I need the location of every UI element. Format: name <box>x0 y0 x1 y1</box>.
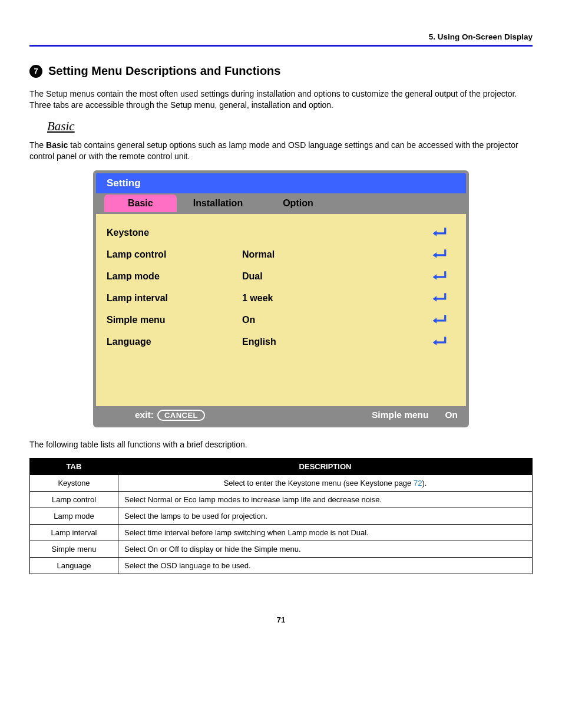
table-cell-desc: Select Normal or Eco lamp modes to incre… <box>118 492 533 508</box>
cancel-button-icon[interactable]: CANCEL <box>157 410 205 421</box>
osd-footer-right-label: Simple menu <box>372 410 428 420</box>
enter-icon <box>432 291 455 306</box>
table-cell-desc: Select On or Off to display or hide the … <box>118 541 533 558</box>
osd-item-label: Language <box>107 337 242 347</box>
osd-item-label: Lamp control <box>107 249 242 260</box>
table-row: Simple menuSelect On or Off to display o… <box>30 541 533 558</box>
table-row: KeystoneSelect to enter the Keystone men… <box>30 475 533 492</box>
section-title: Setting Menu Descriptions and Functions <box>48 64 280 78</box>
table-cell-tab: Language <box>30 558 118 574</box>
osd-tab-installation[interactable]: Installation <box>179 195 257 212</box>
running-header: 5. Using On-Screen Display <box>29 32 533 47</box>
osd-item-value: Dual <box>242 271 432 282</box>
table-row: LanguageSelect the OSD language to be us… <box>30 558 533 574</box>
osd-item-label: Lamp mode <box>107 271 242 282</box>
osd-footer: exit: CANCEL Simple menu On <box>96 406 466 424</box>
osd-menu-item[interactable]: Lamp modeDual <box>107 266 455 288</box>
osd-menu-item[interactable]: Lamp controlNormal <box>107 244 455 266</box>
basic-para-suffix: tab contains general setup options such … <box>29 140 518 161</box>
osd-menu-item[interactable]: Lamp interval1 week <box>107 288 455 309</box>
osd-tab-basic[interactable]: Basic <box>104 195 177 212</box>
osd-item-label: Lamp interval <box>107 293 242 304</box>
table-intro: The following table lists all functions … <box>29 439 533 450</box>
enter-icon <box>432 313 455 328</box>
basic-para-bold: Basic <box>46 140 68 150</box>
table-cell-tab: Lamp interval <box>30 525 118 541</box>
osd-item-value: Normal <box>242 249 432 260</box>
page-link[interactable]: 72 <box>414 479 422 487</box>
osd-item-value: 1 week <box>242 293 432 304</box>
osd-body: Keystone Lamp controlNormal Lamp modeDua… <box>96 214 466 406</box>
table-cell-desc: Select time interval before lamp switchi… <box>118 525 533 541</box>
osd-item-value: English <box>242 337 432 347</box>
osd-footer-right-value: On <box>445 410 458 420</box>
bullet-number-icon: 7 <box>29 65 42 78</box>
functions-table: TAB DESCRIPTION KeystoneSelect to enter … <box>29 458 533 574</box>
intro-paragraph: The Setup menus contain the most often u… <box>29 88 533 111</box>
table-row: Lamp intervalSelect time interval before… <box>30 525 533 541</box>
osd-menu-item[interactable]: Keystone <box>107 222 455 244</box>
osd-menu-item[interactable]: Simple menuOn <box>107 309 455 331</box>
basic-para-prefix: The <box>29 140 46 150</box>
osd-footer-exit-label: exit: <box>135 410 154 420</box>
section-title-row: 7 Setting Menu Descriptions and Function… <box>29 64 533 78</box>
enter-icon <box>432 335 455 350</box>
subsection-heading: Basic <box>47 119 533 134</box>
enter-icon <box>432 269 455 284</box>
table-cell-tab: Lamp control <box>30 492 118 508</box>
basic-paragraph: The Basic tab contains general setup opt… <box>29 140 533 162</box>
enter-icon <box>432 226 455 241</box>
table-cell-tab: Simple menu <box>30 541 118 558</box>
page-number: 71 <box>29 615 533 624</box>
table-row: Lamp controlSelect Normal or Eco lamp mo… <box>30 492 533 508</box>
osd-item-label: Keystone <box>107 228 242 238</box>
table-cell-desc: Select the lamps to be used for projecti… <box>118 508 533 525</box>
table-cell-tab: Keystone <box>30 475 118 492</box>
table-cell-desc: Select to enter the Keystone menu (see K… <box>118 475 533 492</box>
table-row: Lamp modeSelect the lamps to be used for… <box>30 508 533 525</box>
osd-tabs: Basic Installation Option <box>96 193 466 214</box>
enter-icon <box>432 248 455 262</box>
table-cell-tab: Lamp mode <box>30 508 118 525</box>
osd-screenshot: Setting Basic Installation Option Keysto… <box>93 170 469 427</box>
table-head-tab: TAB <box>30 459 118 475</box>
osd-tab-option[interactable]: Option <box>259 195 337 212</box>
osd-menu-item[interactable]: LanguageEnglish <box>107 331 455 353</box>
table-head-desc: DESCRIPTION <box>118 459 533 475</box>
osd-window-title: Setting <box>96 173 466 193</box>
osd-item-value: On <box>242 315 432 325</box>
osd-item-label: Simple menu <box>107 315 242 325</box>
table-cell-desc: Select the OSD language to be used. <box>118 558 533 574</box>
